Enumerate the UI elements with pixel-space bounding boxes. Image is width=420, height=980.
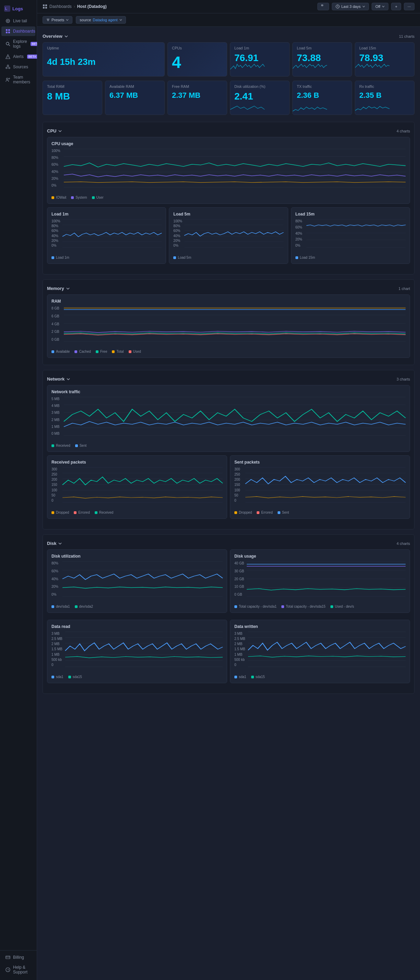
overview-cards-row2: Total RAM 8 MB Available RAM 6.37 MB Fre… <box>43 81 415 115</box>
uptime-card: Uptime 4d 15h 23m <box>43 42 165 76</box>
sidebar-item-team[interactable]: Team members <box>2 72 35 87</box>
sidebar-item-explore-logs[interactable]: Explore logs BETA <box>2 37 35 51</box>
rx-sparkline <box>355 97 390 115</box>
svg-point-14 <box>9 67 10 68</box>
network-meta: 3 charts <box>397 377 410 381</box>
ram-svg <box>64 306 406 341</box>
disk-title[interactable]: Disk <box>47 541 62 546</box>
live-icon <box>5 19 10 23</box>
cpu-usage-panel: CPU usage 100% 80% 60% 40% 20% 0% <box>47 137 410 204</box>
cpus-card: CPUs 4 <box>167 42 227 76</box>
presets-filter[interactable]: Presets <box>43 16 72 24</box>
memory-title[interactable]: Memory <box>47 286 70 291</box>
svg-rect-5 <box>8 29 10 31</box>
app-logo: L Logs <box>0 3 37 16</box>
memory-section: Memory 1 chart RAM 8 GB 6 GB 4 GB 2 GB 0… <box>43 279 415 365</box>
sidebar-bottom: Billing ? Help & Support <box>0 948 37 977</box>
page-content: Overview 11 charts Uptime 4d 15h 23m CPU… <box>37 27 420 703</box>
fullscreen-button[interactable] <box>317 3 329 10</box>
network-svg <box>64 397 406 436</box>
source-filter[interactable]: source Datadog agent <box>76 16 126 24</box>
chevron-overview <box>65 35 68 38</box>
disk-util-card: Disk utilization (%) 2.41 <box>230 81 290 115</box>
cpu-meta: 4 charts <box>397 129 410 133</box>
received-packets-panel: Received packets 300 250 200 150 100 50 … <box>47 455 227 519</box>
disk-util-panel: Disk utilization 80% 60% 40% 20% 0% <box>47 549 227 613</box>
more-button[interactable]: ··· <box>404 3 415 10</box>
disk-usage-svg <box>247 562 406 597</box>
load15m-card: Load 15m 78.93 <box>355 42 415 76</box>
logo-icon: L <box>4 5 10 12</box>
cpu-section-header: CPU 4 charts <box>47 128 410 134</box>
sidebar: L Logs Live tail Dashboards BETA Explore… <box>0 0 37 980</box>
disk-util-svg <box>62 562 223 597</box>
rx-card: Rx traffic 2.35 B <box>355 81 415 115</box>
load5m-svg <box>184 219 283 247</box>
load15m-sparkline <box>355 59 390 76</box>
add-button[interactable]: + <box>391 3 401 10</box>
memory-meta: 1 chart <box>398 286 410 291</box>
chevron-cpu <box>58 129 62 133</box>
overview-meta: 11 charts <box>399 34 415 38</box>
sidebar-item-dashboards[interactable]: Dashboards BETA <box>2 26 35 36</box>
cpu-usage-svg <box>64 149 406 187</box>
disk-section: Disk 4 charts Disk utilization 80% 60% 4… <box>43 534 415 694</box>
recv-packets-svg <box>62 467 223 502</box>
team-icon <box>5 77 10 82</box>
help-icon: ? <box>5 967 10 972</box>
disk-sparkline <box>230 97 264 115</box>
packets-charts: Received packets 300 250 200 150 100 50 … <box>47 455 410 522</box>
sidebar-item-alerts[interactable]: Alerts BETA <box>2 52 35 61</box>
svg-rect-29 <box>47 19 49 19</box>
refresh-button[interactable]: Off <box>372 3 388 10</box>
svg-rect-26 <box>45 7 47 9</box>
disk-meta: 4 charts <box>397 541 410 546</box>
data-written-panel: Data written 3 MB 2.5 MB 2 MB 1.5 MB 1 M… <box>230 620 410 683</box>
svg-rect-25 <box>43 7 45 9</box>
network-section: Network 3 charts Network traffic 5 MB 4 … <box>43 370 415 530</box>
main-content: Dashboards › Host (Datadog) Last 3 days … <box>37 0 420 980</box>
network-traffic-panel: Network traffic 5 MB 4 MB 3 MB 2 MB 1 MB… <box>47 385 410 452</box>
breadcrumb: Dashboards › Host (Datadog) <box>43 4 107 9</box>
sent-packets-panel: Sent packets 300 250 200 150 100 50 0 <box>230 455 410 519</box>
load5m-card: Load 5m 73.88 <box>292 42 352 76</box>
load1m-svg <box>62 219 162 247</box>
network-title[interactable]: Network <box>47 376 70 382</box>
chevron-network <box>67 377 70 381</box>
sidebar-item-live-tail[interactable]: Live tail <box>2 16 35 26</box>
load1m-panel: Load 1m 100% 80% 60% 40% 20% 0% <box>47 207 166 264</box>
load-charts-row: Load 1m 100% 80% 60% 40% 20% 0% <box>47 207 410 267</box>
overview-title[interactable]: Overview <box>43 33 68 39</box>
ram-legend: Available Cached Free Total Used <box>51 350 406 353</box>
chevron-source <box>119 19 122 21</box>
clock-icon <box>336 5 340 9</box>
cpu-legend: IOWait System User <box>51 196 406 199</box>
alert-icon <box>5 54 10 59</box>
cpu-title[interactable]: CPU <box>47 128 62 134</box>
disk-charts-row2: Data read 3 MB 2.5 MB 2 MB 1.5 MB 1 MB 5… <box>47 620 410 687</box>
load15m-panel: Load 15m 80% 60% 40% 20% 0% <box>291 207 410 264</box>
svg-rect-6 <box>6 32 8 33</box>
chevron-memory <box>66 287 70 290</box>
topbar-right: Last 3 days Off + ··· <box>317 3 415 10</box>
tx-sparkline <box>293 97 327 115</box>
svg-rect-23 <box>43 5 45 6</box>
cpu-section: CPU 4 charts CPU usage 100% 80% 60% 40% … <box>43 122 415 275</box>
svg-point-3 <box>7 20 9 22</box>
svg-rect-31 <box>47 21 49 21</box>
sidebar-item-billing[interactable]: Billing <box>2 953 35 962</box>
chevron-down-icon <box>362 5 365 8</box>
cpu-usage-chart: 100% 80% 60% 40% 20% 0% <box>51 149 406 194</box>
sources-icon <box>5 65 10 69</box>
chevron-disk <box>58 542 62 545</box>
data-read-panel: Data read 3 MB 2.5 MB 2 MB 1.5 MB 1 MB 5… <box>47 620 227 683</box>
sidebar-item-sources[interactable]: Sources <box>2 62 35 72</box>
explore-icon <box>5 41 10 46</box>
disk-section-header: Disk 4 charts <box>47 541 410 546</box>
sidebar-item-help[interactable]: ? Help & Support <box>2 963 35 977</box>
total-ram-card: Total RAM 8 MB <box>43 81 102 115</box>
overview-cards-row1: Uptime 4d 15h 23m CPUs 4 Load 1m 76.91 L… <box>43 42 415 76</box>
time-range-button[interactable]: Last 3 days <box>332 3 369 10</box>
dashboard-breadcrumb-icon <box>43 4 47 9</box>
svg-text:L: L <box>5 7 7 11</box>
